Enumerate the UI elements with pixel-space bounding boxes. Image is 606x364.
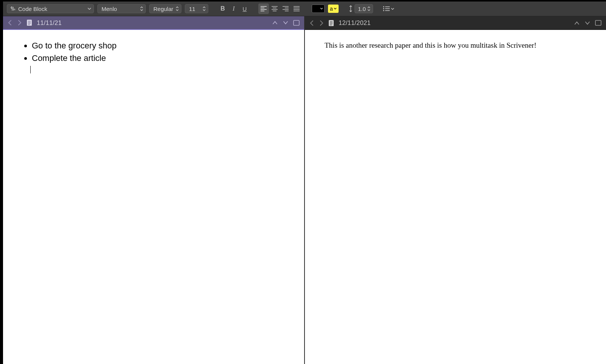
history-forward-button[interactable] — [17, 19, 22, 26]
font-size-select[interactable]: 11 — [185, 4, 208, 13]
italic-button[interactable]: I — [228, 3, 239, 14]
svg-text:a: a — [14, 8, 16, 11]
paragraph-style-select[interactable]: a Code Block — [7, 4, 94, 13]
stepper-icon — [203, 5, 206, 13]
prev-doc-button[interactable] — [574, 20, 580, 26]
align-justify-button[interactable] — [291, 3, 302, 14]
app-frame: a Code Block Menlo Regular 11 — [3, 2, 606, 364]
history-forward-button[interactable] — [319, 20, 324, 26]
bullet-list: Go to the grocery shop Complete the arti… — [17, 40, 291, 64]
pane-left-editor[interactable]: Go to the grocery shop Complete the arti… — [3, 30, 304, 364]
toggle-split-button[interactable] — [293, 20, 300, 26]
pane-left: 11/11/21 Go to the grocery shop Complete… — [3, 16, 305, 364]
body-paragraph[interactable]: This is another research paper and this … — [325, 41, 536, 49]
pane-right-editor[interactable]: This is another research paper and this … — [305, 30, 606, 364]
alignment-group — [258, 3, 302, 14]
stepper-icon — [176, 5, 179, 13]
toggle-split-button[interactable] — [595, 20, 601, 26]
svg-rect-5 — [294, 20, 299, 25]
stepper-icon — [140, 5, 143, 13]
svg-point-1 — [383, 6, 384, 8]
bold-button[interactable]: B — [217, 3, 228, 14]
line-spacing-value: 1.0 — [358, 6, 366, 12]
font-style-select[interactable]: Regular — [149, 4, 181, 13]
line-spacing-control: 1.0 — [348, 4, 373, 13]
svg-rect-7 — [595, 20, 601, 25]
chevron-down-icon — [320, 5, 323, 12]
paragraph-style-icon: a — [10, 6, 16, 11]
svg-point-2 — [383, 8, 384, 9]
chevron-down-icon — [391, 7, 394, 11]
underline-button[interactable]: U — [239, 3, 250, 14]
split-editor: 11/11/21 Go to the grocery shop Complete… — [3, 16, 606, 364]
history-back-button[interactable] — [8, 19, 12, 26]
font-style-value: Regular — [153, 6, 173, 12]
pane-left-header: 11/11/21 — [3, 16, 304, 30]
align-center-button[interactable] — [269, 3, 280, 14]
document-icon — [328, 20, 334, 26]
pane-right-title[interactable]: 12/11/2021 — [339, 19, 371, 26]
highlight-swatch-label: a — [330, 6, 333, 12]
text-color-swatch[interactable] — [312, 5, 325, 13]
list-style-button[interactable] — [383, 6, 394, 11]
font-family-select[interactable]: Menlo — [97, 4, 146, 13]
font-family-value: Menlo — [102, 6, 117, 12]
chevron-down-icon — [87, 5, 91, 13]
list-item[interactable]: Complete the article — [32, 52, 291, 65]
prev-doc-button[interactable] — [272, 20, 278, 25]
font-size-value: 11 — [189, 6, 195, 12]
next-doc-button[interactable] — [584, 20, 590, 26]
align-right-button[interactable] — [280, 3, 291, 14]
format-toolbar: a Code Block Menlo Regular 11 — [3, 2, 606, 16]
pane-left-title[interactable]: 11/11/21 — [37, 19, 62, 26]
document-icon — [27, 19, 32, 26]
stepper-icon — [367, 5, 370, 13]
highlight-color-swatch[interactable]: a — [328, 5, 339, 13]
line-spacing-select[interactable]: 1.0 — [355, 4, 373, 13]
next-doc-button[interactable] — [283, 20, 289, 25]
align-left-button[interactable] — [258, 3, 269, 14]
line-spacing-icon — [348, 5, 353, 12]
pane-right-header: 12/11/2021 — [305, 16, 606, 30]
history-back-button[interactable] — [309, 20, 314, 26]
svg-point-3 — [383, 10, 384, 11]
list-item[interactable]: Go to the grocery shop — [32, 40, 291, 52]
paragraph-style-value: Code Block — [18, 6, 47, 12]
text-style-group: B I U — [217, 3, 250, 14]
text-caret — [30, 66, 31, 73]
pane-right: 12/11/2021 This is another research pape… — [305, 16, 606, 364]
chevron-down-icon — [334, 7, 337, 10]
